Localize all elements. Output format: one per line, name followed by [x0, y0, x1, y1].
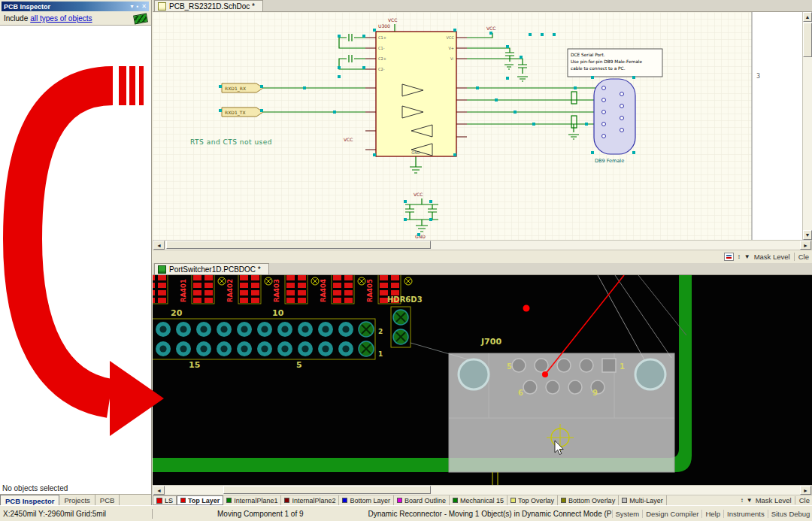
inspector-body [0, 25, 151, 484]
clear-button[interactable]: Cle [795, 496, 810, 504]
layer-tab-bottom-layer[interactable]: Bottom Layer [339, 495, 394, 505]
schematic-drawing: 3 [153, 12, 812, 240]
panel-close-icon[interactable]: ✕ [141, 3, 147, 10]
vscroll-thumb[interactable] [803, 23, 812, 57]
schematic-hscrollbar[interactable]: ◄ ► [153, 240, 812, 250]
svg-text:cable to connect to a PC.: cable to connect to a PC. [571, 66, 626, 71]
layer-tab-bottom-overlay[interactable]: Bottom Overlay [558, 495, 619, 505]
scroll-up-icon[interactable]: ▲ [803, 12, 812, 22]
svg-text:RA401: RA401 [180, 279, 187, 302]
schematic-tabbar: PCB_RS2321D.SchDoc * [153, 0, 812, 12]
help-button[interactable]: Help [701, 510, 723, 518]
layer-tab-multi-layer[interactable]: Multi-Layer [619, 495, 667, 505]
current-layer-swatch [156, 498, 162, 504]
svg-text:C2+: C2+ [378, 56, 386, 61]
svg-text:GND: GND [415, 234, 426, 239]
svg-text:6: 6 [518, 389, 523, 397]
panel-menu-icon[interactable]: ▾ [130, 3, 133, 10]
svg-text:10: 10 [272, 308, 284, 318]
schematic-doc-tab[interactable]: PCB_RS2321D.SchDoc * [154, 0, 263, 11]
tab-projects[interactable]: Projects [59, 495, 95, 505]
scroll-right-icon[interactable]: ► [800, 486, 811, 495]
svg-text:DCE Serial Port.: DCE Serial Port. [571, 53, 605, 57]
panel-tab-strip: PCB Inspector Projects PCB [0, 494, 151, 505]
schematic-mask-bar: ↕ ▼ Mask Level Cle [153, 250, 812, 263]
dropdown-icon[interactable]: ▼ [747, 497, 753, 504]
pcb-doc-tab[interactable]: PortSwitcher1D.PCBDOC * [154, 263, 269, 274]
svg-text:2: 2 [378, 328, 383, 335]
pin1-square-pad [602, 359, 616, 372]
tab-pcb-inspector[interactable]: PCB Inspector [0, 495, 59, 505]
layer-tab-board-outline[interactable]: Board Outline [394, 495, 450, 505]
updown-icon[interactable]: ↕ [741, 497, 744, 504]
pcb-hscrollbar[interactable]: ◄ ► [153, 485, 812, 495]
schematic-doc-tab-label: PCB_RS2321D.SchDoc * [169, 2, 255, 11]
svg-text:C1+: C1+ [378, 35, 386, 40]
scroll-left-icon[interactable]: ◄ [153, 241, 165, 250]
pcb-doc-tab-label: PortSwitcher1D.PCBDOC * [169, 265, 261, 274]
note-box: DCE Serial Port. Use pin-for-pin DB9 Mal… [568, 49, 662, 77]
pcb-drawing: RA401 RA402 RA403 RA404 RA405 [153, 275, 812, 485]
design-compiler-button[interactable]: Design Compiler [642, 510, 701, 518]
scroll-down-icon[interactable]: ▼ [803, 230, 812, 240]
svg-text:RA402: RA402 [226, 279, 234, 302]
schematic-canvas[interactable]: 3 [153, 12, 812, 240]
svg-text:V+: V+ [448, 46, 454, 50]
pcb-inspector-panel: PCB Inspector ▾ ▪ ✕ Include all types of… [0, 0, 152, 505]
scroll-right-icon[interactable]: ► [800, 241, 811, 250]
svg-text:20: 20 [171, 308, 183, 318]
layer-tab-mechanical15[interactable]: Mechanical 15 [450, 495, 508, 505]
include-row: Include all types of objects [4, 13, 147, 24]
panel-titlebar[interactable]: PCB Inspector ▾ ▪ ✕ [2, 2, 149, 11]
layer-tab-top-layer[interactable]: Top Layer [177, 495, 223, 505]
mask-level-button[interactable]: Mask Level [756, 496, 792, 504]
rs232-chip: U300 C1+ C1- C2+ C2- VCC V+ V- GND [365, 23, 467, 156]
layer-tab-top-overlay[interactable]: Top Overlay [508, 495, 558, 505]
editor-area: PCB_RS2321D.SchDoc * 3 [153, 0, 812, 505]
situs-debug-console-button[interactable]: Situs Debug Console [768, 510, 812, 518]
cursor-coordinates: X:2450mil Y:-2960mil Grid:5mil [0, 510, 150, 518]
tab-pcb[interactable]: PCB [95, 495, 120, 505]
hscroll-thumb[interactable] [166, 241, 431, 249]
j700-footprint-dragging[interactable]: J700 5 1 6 9 [449, 337, 674, 472]
panel-pin-icon[interactable]: ▪ [136, 3, 138, 10]
hscroll-track[interactable] [165, 486, 800, 495]
board-wizard-icon [133, 13, 148, 24]
include-objects-link[interactable]: all types of objects [30, 14, 92, 23]
port-tx-label: RXD1_TX [225, 110, 246, 116]
no-objects-status: No objects selected [0, 484, 151, 494]
hscroll-thumb[interactable] [223, 486, 431, 494]
layer-color-swatch [453, 498, 458, 503]
updown-icon[interactable]: ↕ [738, 253, 741, 260]
mask-level-button[interactable]: Mask Level [754, 253, 790, 261]
pcb-tabbar: PortSwitcher1D.PCBDOC * [153, 263, 812, 275]
chip-refdes: U300 [378, 23, 390, 29]
layer-sets-button[interactable]: LS [153, 495, 177, 505]
system-button[interactable]: System [612, 510, 643, 518]
mounting-hole-right [635, 359, 665, 389]
clear-button[interactable]: Cle [794, 253, 809, 261]
layer-tab-internalplane2[interactable]: InternalPlane2 [281, 495, 339, 505]
layer-tab-internalplane1[interactable]: InternalPlane1 [223, 495, 281, 505]
dropdown-icon[interactable]: ▼ [744, 253, 750, 260]
scroll-left-icon[interactable]: ◄ [153, 486, 165, 495]
svg-text:C2-: C2- [378, 67, 385, 71]
layer-color-swatch [180, 498, 186, 503]
instruments-button[interactable]: Instruments [723, 510, 768, 518]
doc-options-icon[interactable] [724, 253, 734, 261]
svg-text:RA405: RA405 [366, 279, 374, 302]
svg-text:15: 15 [189, 360, 200, 370]
svg-text:HDR6D3: HDR6D3 [387, 295, 423, 304]
sheet-zone-label: 3 [756, 73, 760, 80]
svg-text:9: 9 [592, 389, 598, 397]
port-rx-label: RXD1_RX [225, 86, 246, 92]
layer-color-swatch [226, 498, 232, 503]
layer-tab-bar: LS Top Layer InternalPlane1 InternalPlan… [153, 495, 812, 505]
rts-cts-annotation: RTS and CTS not used [190, 138, 272, 146]
schematic-vscrollbar[interactable]: ▲ ▼ [802, 12, 812, 240]
hscroll-track[interactable] [165, 241, 800, 250]
pcb-canvas[interactable]: RA401 RA402 RA403 RA404 RA405 [153, 275, 812, 485]
svg-text:1: 1 [620, 362, 625, 371]
svg-text:VCC: VCC [344, 137, 353, 142]
layer-color-swatch [397, 498, 402, 503]
